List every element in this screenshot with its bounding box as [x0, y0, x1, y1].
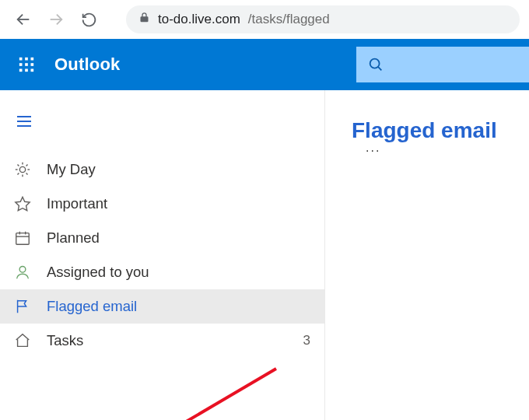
- browser-toolbar: to-do.live.com/tasks/flagged: [0, 0, 529, 39]
- svg-rect-5: [19, 63, 23, 66]
- sidebar-item-tasks[interactable]: Tasks 3: [0, 324, 324, 358]
- more-options-button[interactable]: ···: [366, 144, 380, 158]
- sun-icon: [12, 159, 33, 180]
- flag-icon: [12, 296, 33, 317]
- svg-rect-4: [31, 58, 34, 61]
- svg-line-23: [17, 173, 19, 175]
- svg-rect-9: [25, 69, 28, 72]
- svg-marker-25: [16, 197, 30, 210]
- svg-line-24: [26, 164, 28, 166]
- back-button[interactable]: [9, 5, 37, 33]
- sidebar-list: My Day Important Planned Assigned to you: [0, 152, 324, 358]
- app-header: Outlook: [0, 39, 529, 90]
- hamburger-icon: [15, 112, 33, 131]
- person-icon: [12, 262, 33, 282]
- sidebar-item-label: Assigned to you: [47, 264, 149, 281]
- star-icon: [12, 194, 33, 214]
- url-path: /tasks/flagged: [248, 12, 330, 27]
- sidebar-item-label: Tasks: [47, 332, 83, 349]
- url-host: to-do.live.com: [158, 12, 240, 27]
- svg-point-11: [370, 59, 380, 68]
- svg-rect-10: [31, 69, 34, 72]
- svg-rect-26: [16, 233, 30, 245]
- search-icon: [367, 56, 384, 73]
- address-bar[interactable]: to-do.live.com/tasks/flagged: [126, 5, 520, 33]
- arrow-left-icon: [15, 11, 32, 28]
- svg-rect-6: [25, 63, 28, 66]
- sidebar-item-assigned[interactable]: Assigned to you: [0, 255, 324, 289]
- app-launcher-button[interactable]: [8, 46, 45, 83]
- home-icon: [12, 331, 33, 351]
- page-title: Flagged email: [352, 118, 497, 143]
- lock-icon: [138, 12, 150, 27]
- waffle-icon: [18, 56, 35, 73]
- sidebar-item-count: 3: [303, 333, 310, 348]
- search-box[interactable]: [356, 47, 529, 82]
- sidebar-item-my-day[interactable]: My Day: [0, 152, 324, 187]
- sidebar-toggle[interactable]: [0, 90, 44, 152]
- sidebar-item-label: My Day: [47, 161, 96, 178]
- sidebar-item-label: Flagged email: [47, 298, 137, 315]
- svg-line-21: [17, 164, 19, 166]
- reload-icon: [81, 12, 97, 28]
- svg-rect-7: [31, 63, 34, 66]
- sidebar-item-planned[interactable]: Planned: [0, 221, 324, 255]
- svg-rect-8: [19, 69, 23, 72]
- svg-line-12: [378, 67, 381, 70]
- svg-line-22: [26, 173, 28, 175]
- svg-point-33: [19, 266, 26, 272]
- sidebar-item-important[interactable]: Important: [0, 187, 324, 221]
- brand-label: Outlook: [54, 54, 121, 75]
- arrow-right-icon: [47, 11, 65, 28]
- svg-point-16: [19, 166, 25, 172]
- forward-button[interactable]: [42, 5, 70, 33]
- sidebar-item-flagged-email[interactable]: Flagged email: [0, 289, 324, 324]
- main-pane: Flagged email ···: [325, 90, 529, 420]
- sidebar-item-label: Important: [47, 195, 107, 212]
- sidebar-item-label: Planned: [47, 229, 100, 247]
- svg-rect-3: [25, 58, 28, 61]
- reload-button[interactable]: [75, 5, 103, 33]
- calendar-icon: [12, 228, 33, 248]
- sidebar: My Day Important Planned Assigned to you: [0, 90, 325, 420]
- svg-rect-2: [19, 58, 23, 61]
